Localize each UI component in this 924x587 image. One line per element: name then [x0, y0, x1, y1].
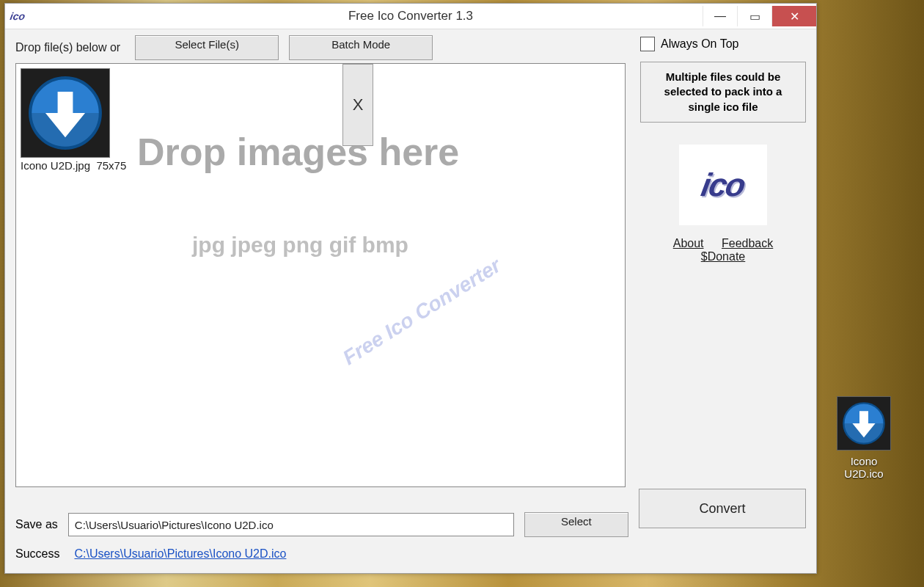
desktop-file-icon[interactable]: Icono U2D.ico [827, 396, 901, 480]
app-logo: ico [679, 145, 767, 225]
feedback-link[interactable]: Feedback [722, 237, 773, 249]
save-path-input[interactable] [68, 513, 514, 536]
donate-link[interactable]: $Donate [701, 250, 746, 263]
desktop-background: ico Free Ico Converter 1.3 — ▭ ✕ Drop fi… [0, 0, 924, 587]
desktop-file-thumbnail [837, 396, 891, 451]
select-path-button[interactable]: Select [524, 512, 628, 537]
always-on-top-label: Always On Top [661, 37, 738, 51]
minimize-button[interactable]: — [703, 6, 737, 26]
watermark-text: Free Ico Converter [339, 254, 505, 370]
drop-hint-main: Drop images here [137, 130, 459, 174]
maximize-button[interactable]: ▭ [737, 6, 771, 26]
links-row: About Feedback $Donate [640, 237, 806, 263]
select-files-button[interactable]: Select File(s) [135, 35, 279, 60]
drop-zone[interactable]: Drop images here jpg jpeg png gif bmp Fr… [15, 63, 626, 487]
convert-button[interactable]: Convert [639, 489, 806, 528]
tip-box: Multiple files could be selected to pack… [640, 62, 806, 123]
status-label: Success [15, 547, 59, 561]
desktop-file-name-line1: Icono [827, 455, 901, 467]
save-as-row: Save as Select [15, 512, 628, 537]
thumbnail-image [21, 68, 110, 158]
app-window: ico Free Ico Converter 1.3 — ▭ ✕ Drop fi… [4, 3, 817, 574]
thumbnail-caption: Icono U2D.jpg 75x75 [21, 159, 126, 172]
download-arrow-icon [27, 75, 103, 151]
file-thumbnail[interactable]: Icono U2D.jpg 75x75 [21, 68, 126, 172]
always-on-top-checkbox[interactable] [640, 37, 655, 51]
batch-mode-button[interactable]: Batch Mode [289, 35, 433, 60]
about-link[interactable]: About [673, 237, 704, 249]
title-bar[interactable]: ico Free Ico Converter 1.3 — ▭ ✕ [5, 4, 816, 29]
drop-label: Drop file(s) below or [15, 41, 120, 54]
desktop-file-name-line2: U2D.ico [827, 467, 901, 480]
right-column: Always On Top Multiple files could be se… [640, 37, 806, 263]
client-area: Drop file(s) below or Select File(s) Bat… [5, 29, 816, 573]
always-on-top-row[interactable]: Always On Top [640, 37, 806, 51]
status-row: Success C:\Users\Usuario\Pictures\Icono … [15, 547, 286, 561]
app-icon: ico [10, 8, 26, 24]
download-arrow-icon [842, 401, 886, 445]
close-button[interactable]: ✕ [771, 6, 816, 26]
drop-hint-ext: jpg jpeg png gif bmp [192, 233, 408, 258]
status-output-link[interactable]: C:\Users\Usuario\Pictures\Icono U2D.ico [74, 547, 286, 561]
save-as-label: Save as [15, 518, 58, 531]
remove-file-button[interactable]: X [342, 64, 373, 146]
window-title: Free Ico Converter 1.3 [5, 9, 816, 23]
window-buttons: — ▭ ✕ [703, 6, 816, 26]
